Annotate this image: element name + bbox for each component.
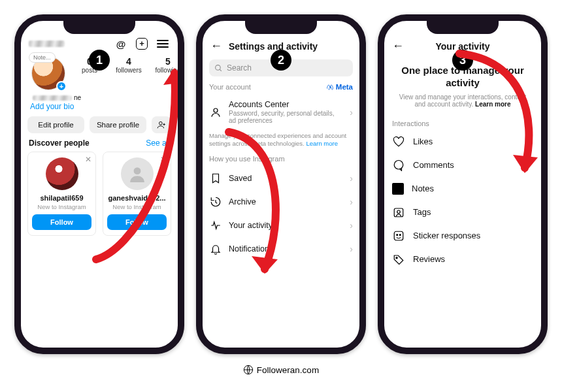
- discover-people-title: Discover people: [29, 139, 90, 148]
- svg-point-9: [399, 234, 401, 235]
- settings-item-your-activity[interactable]: Your activity ›: [209, 214, 353, 237]
- step-badge-3: 3: [452, 50, 473, 71]
- svg-rect-7: [394, 231, 403, 240]
- see-all-link[interactable]: See all: [146, 139, 170, 148]
- svg-point-10: [396, 257, 397, 258]
- activity-icon: [209, 219, 222, 232]
- plus-box-icon: [136, 38, 148, 50]
- chevron-right-icon: ›: [350, 244, 353, 254]
- activity-item-sticker-responses[interactable]: Sticker responses: [391, 224, 535, 248]
- search-placeholder: Search: [227, 63, 252, 73]
- svg-rect-5: [394, 208, 403, 217]
- tag-person-icon: [392, 206, 405, 218]
- intro-sub: View and manage your interactions, conte…: [395, 93, 531, 108]
- learn-more-link[interactable]: Learn more: [306, 140, 338, 147]
- edit-profile-button[interactable]: Edit profile: [27, 116, 84, 133]
- chevron-right-icon: ›: [350, 107, 353, 118]
- settings-item-saved[interactable]: Saved ›: [209, 167, 353, 190]
- note-bubble[interactable]: Note...: [29, 52, 56, 63]
- suggestion-card: ✕ shilapatil659 New to Instagram Follow: [27, 152, 96, 236]
- profile-avatar[interactable]: Note... +: [31, 56, 65, 90]
- suggestion-sub: New to Instagram: [107, 203, 167, 210]
- username[interactable]: [29, 41, 65, 47]
- dismiss-card-button[interactable]: ✕: [160, 155, 167, 164]
- meta-note: Manage your connected experiences and ac…: [209, 132, 353, 148]
- suggestion-avatar[interactable]: [121, 157, 154, 190]
- svg-point-0: [159, 122, 163, 125]
- accounts-center-desc: Password, security, personal details, ad…: [229, 110, 343, 124]
- svg-point-6: [397, 210, 401, 214]
- svg-point-3: [214, 108, 218, 112]
- svg-point-1: [133, 167, 140, 174]
- globe-icon: [243, 365, 254, 375]
- display-name: [33, 95, 72, 101]
- add-person-icon: [157, 120, 166, 129]
- add-bio-link[interactable]: Add your bio: [30, 102, 171, 111]
- suggestion-name[interactable]: shilapatil659: [32, 194, 91, 202]
- settings-item-archive[interactable]: Archive ›: [209, 190, 353, 214]
- threads-icon[interactable]: [114, 37, 128, 51]
- suggestion-avatar[interactable]: [46, 157, 78, 190]
- phone-step-3: 3 ← Your activity One place to manage yo…: [378, 14, 548, 354]
- section-interactions: Interactions: [392, 120, 533, 127]
- page-title: Settings and activity: [229, 41, 318, 52]
- accounts-center-item[interactable]: Accounts Center Password, security, pers…: [209, 95, 353, 129]
- watermark: Followeran.com: [0, 365, 562, 375]
- section-your-account: Your account: [209, 83, 251, 91]
- accounts-center-title: Accounts Center: [229, 100, 343, 109]
- search-icon: [214, 64, 223, 73]
- phone-step-2: 2 ← Settings and activity Search Your ac…: [196, 14, 366, 354]
- svg-point-2: [216, 65, 221, 70]
- back-button[interactable]: ←: [210, 39, 222, 53]
- discover-people-button[interactable]: [152, 116, 171, 133]
- step-badge-2: 2: [271, 50, 291, 71]
- activity-item-comments[interactable]: Comments: [391, 154, 535, 177]
- suggestion-sub: New to Instagram: [32, 203, 91, 210]
- sticker-icon: [392, 230, 405, 242]
- create-post-button[interactable]: [135, 37, 149, 51]
- suggestion-card: ✕ ganeshvaiday2... New to Instagram Foll…: [103, 152, 171, 236]
- phone-step-1: 1 Note... + 0posts 4followers 5following: [14, 14, 184, 354]
- notes-icon: [392, 183, 404, 195]
- heart-icon: [392, 136, 405, 148]
- chevron-right-icon: ›: [350, 220, 353, 231]
- activity-item-notes[interactable]: Notes: [391, 177, 535, 201]
- menu-button[interactable]: [156, 37, 170, 51]
- tag-icon: [392, 253, 405, 265]
- stat-followers[interactable]: 4followers: [114, 56, 144, 74]
- activity-item-tags[interactable]: Tags: [391, 201, 535, 224]
- hamburger-icon: [157, 40, 169, 48]
- archive-icon: [209, 195, 222, 208]
- meta-icon: [326, 83, 334, 91]
- meta-brand: Meta: [326, 83, 353, 91]
- settings-item-notifications[interactable]: Notifications ›: [209, 237, 353, 261]
- dismiss-card-button[interactable]: ✕: [85, 155, 91, 164]
- stat-following[interactable]: 5following: [153, 56, 183, 74]
- svg-point-8: [397, 234, 398, 235]
- section-how-you-use: How you use Instagram: [209, 155, 285, 163]
- account-icon: [209, 106, 222, 119]
- share-profile-button[interactable]: Share profile: [90, 116, 146, 133]
- follow-button[interactable]: Follow: [32, 214, 91, 230]
- display-name-suffix: ne: [74, 94, 81, 101]
- comment-icon: [392, 159, 405, 171]
- chevron-right-icon: ›: [350, 197, 353, 207]
- activity-item-likes[interactable]: Likes: [391, 130, 535, 154]
- add-story-plus-icon[interactable]: +: [56, 81, 67, 91]
- activity-item-reviews[interactable]: Reviews: [391, 248, 535, 271]
- profile-header: [27, 37, 171, 51]
- suggestion-name[interactable]: ganeshvaiday2...: [107, 194, 167, 202]
- back-button[interactable]: ←: [392, 39, 404, 53]
- step-badge-1: 1: [89, 50, 110, 71]
- follow-button[interactable]: Follow: [107, 214, 167, 230]
- bookmark-icon: [209, 172, 222, 185]
- bell-icon: [209, 242, 222, 255]
- learn-more-link[interactable]: Learn more: [475, 101, 510, 108]
- chevron-right-icon: ›: [350, 173, 353, 184]
